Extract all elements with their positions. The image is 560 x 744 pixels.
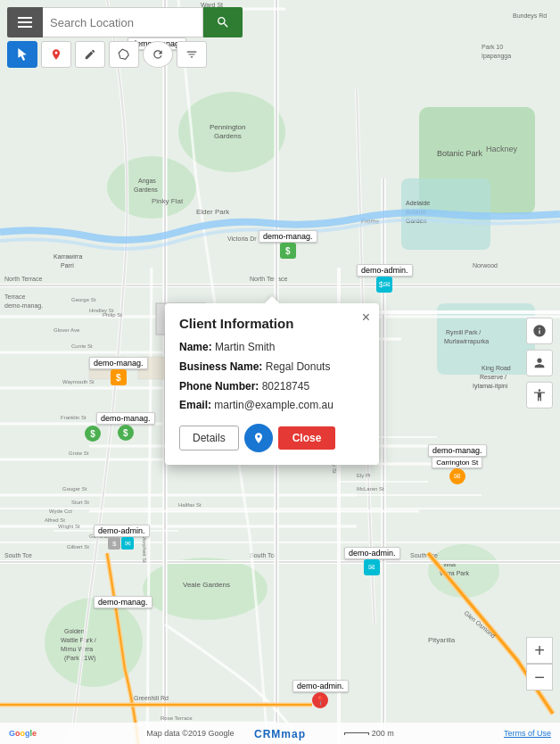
popup-close-x-button[interactable]: × <box>362 310 370 325</box>
pin-tool-button[interactable] <box>41 41 71 68</box>
svg-text:Pityarilla: Pityarilla <box>428 636 456 644</box>
svg-text:King Road: King Road <box>482 365 511 372</box>
svg-text:Greenhill Rd: Greenhill Rd <box>134 695 169 701</box>
draw-tool-button[interactable] <box>75 41 105 68</box>
scale-indicator: 200 m <box>344 729 394 738</box>
popup-phone-row: Phone Number: 80218745 <box>179 379 365 394</box>
zoom-controls: + − <box>526 637 553 690</box>
search-icon <box>216 15 230 29</box>
svg-text:Parri: Parri <box>61 262 74 269</box>
popup-phone-value: 80218745 <box>262 380 309 393</box>
polygon-tool-button[interactable] <box>109 41 139 68</box>
info-icon <box>532 324 547 338</box>
svg-text:demo-manag.: demo-manag. <box>4 302 43 310</box>
map-marker-4[interactable]: demo-manag. $ <box>89 357 148 385</box>
svg-text:Hackney: Hackney <box>486 145 518 153</box>
popup-name-row: Name: Martin Smith <box>179 340 365 355</box>
map-marker-6[interactable]: demo-admin. $✉ <box>357 264 413 293</box>
google-logo: Google <box>9 729 37 738</box>
side-controls <box>526 318 553 409</box>
details-button[interactable]: Details <box>179 426 239 451</box>
terms-link[interactable]: Terms of Use <box>504 729 551 738</box>
accessibility-button[interactable] <box>526 382 553 409</box>
filter-button[interactable] <box>177 41 207 68</box>
svg-text:Rose Terrace: Rose Terrace <box>161 715 193 721</box>
svg-text:Veale Gardens: Veale Gardens <box>183 581 230 589</box>
navigate-icon <box>252 432 265 444</box>
svg-text:Elder Park: Elder Park <box>196 208 230 216</box>
svg-text:Wyde Cct: Wyde Cct <box>49 508 72 514</box>
svg-text:Iytamai-itpini: Iytamai-itpini <box>473 383 508 390</box>
svg-text:Terrace: Terrace <box>4 293 25 300</box>
hamburger-icon <box>18 17 32 28</box>
marker-label-8: demo-admin. <box>344 547 400 559</box>
marker-label-7: demo-manag. <box>428 444 487 457</box>
filter-icon <box>185 48 198 61</box>
scale-bar <box>344 732 369 735</box>
person-icon <box>532 356 547 370</box>
svg-text:Park 10: Park 10 <box>482 44 503 50</box>
navigate-button[interactable] <box>244 424 273 452</box>
svg-text:Wright St: Wright St <box>58 524 80 529</box>
svg-text:Grote St: Grote St <box>69 451 89 456</box>
marker-label-12: demo-admin. <box>292 680 349 692</box>
svg-text:Mirnu Wirra: Mirnu Wirra <box>61 646 93 652</box>
svg-text:Franklin St: Franklin St <box>61 415 86 420</box>
svg-text:Philip St: Philip St <box>103 312 122 318</box>
svg-text:Botanic Park: Botanic Park <box>437 149 483 158</box>
map-marker-5[interactable]: demo-manag. $ <box>96 412 155 441</box>
select-tool-button[interactable] <box>7 41 37 68</box>
svg-text:Gardens: Gardens <box>134 186 158 193</box>
svg-text:Rymill Park /: Rymill Park / <box>446 329 481 336</box>
svg-text:Ely Pl: Ely Pl <box>357 473 370 478</box>
map-marker-1[interactable]: demo-manag. $ <box>259 230 317 259</box>
search-button[interactable] <box>203 7 243 37</box>
svg-text:McLaren St: McLaren St <box>357 486 384 492</box>
map-container: Pennington Gardens Angas Gardens Karrawi… <box>0 0 560 744</box>
map-marker-8[interactable]: demo-admin. ✉ <box>344 547 400 575</box>
pencil-icon <box>84 48 96 61</box>
marker-label-9: demo-admin. <box>94 525 150 537</box>
svg-text:Gardens: Gardens <box>214 132 242 140</box>
polygon-icon <box>118 48 130 61</box>
popup-business-row: Business Name: Regal Donuts <box>179 360 365 375</box>
popup-email-label: Email: <box>179 399 211 411</box>
svg-text:Pennington: Pennington <box>210 123 245 131</box>
svg-text:Glover Ave: Glover Ave <box>54 327 80 333</box>
refresh-button[interactable] <box>143 41 173 68</box>
menu-button[interactable] <box>7 7 43 37</box>
map-marker-10[interactable]: $ <box>85 426 101 442</box>
svg-text:Sturt St: Sturt St <box>71 500 89 505</box>
info-button[interactable] <box>526 318 553 344</box>
marker-label-1: demo-manag. <box>259 230 317 243</box>
popup-title: Client Information <box>179 316 365 331</box>
map-marker-11[interactable]: demo-manag. <box>94 596 152 608</box>
zoom-out-button[interactable]: − <box>526 664 553 690</box>
popup-business-value: Regal Donuts <box>266 360 331 373</box>
marker-label-5: demo-manag. <box>96 412 155 425</box>
map-marker-7[interactable]: demo-manag. Carrington St ✉ <box>428 444 487 484</box>
svg-text:Gilbert St: Gilbert St <box>67 544 89 550</box>
map-marker-9[interactable]: demo-admin. $ ✉ <box>94 525 150 550</box>
svg-text:Angas: Angas <box>138 178 156 185</box>
svg-text:Reserve /: Reserve / <box>480 374 506 380</box>
svg-text:Golden: Golden <box>64 628 85 634</box>
svg-text:South Tce: South Tce <box>4 552 32 558</box>
map-marker-12[interactable]: demo-admin. 📍 <box>292 680 349 708</box>
close-button[interactable]: Close <box>278 426 336 450</box>
crm-logo-text: CRMmap <box>254 728 306 740</box>
svg-text:North Terrace: North Terrace <box>4 276 42 282</box>
person-button[interactable] <box>526 350 553 376</box>
marker-label-6: demo-admin. <box>357 264 413 277</box>
svg-text:Currie St: Currie St <box>71 343 93 349</box>
cursor-icon <box>16 48 29 61</box>
svg-text:Alfred St: Alfred St <box>45 517 65 523</box>
zoom-in-button[interactable]: + <box>526 637 553 664</box>
svg-text:Adelaide: Adelaide <box>406 200 430 206</box>
main-toolbar <box>0 7 560 37</box>
svg-text:Murlawirrapurka: Murlawirrapurka <box>444 338 489 345</box>
svg-text:Victoria Dr: Victoria Dr <box>227 236 257 242</box>
svg-text:Ipapangga: Ipapangga <box>482 53 511 60</box>
client-info-popup: × Client Information Name: Martin Smith … <box>165 303 379 465</box>
search-input[interactable] <box>43 7 203 37</box>
